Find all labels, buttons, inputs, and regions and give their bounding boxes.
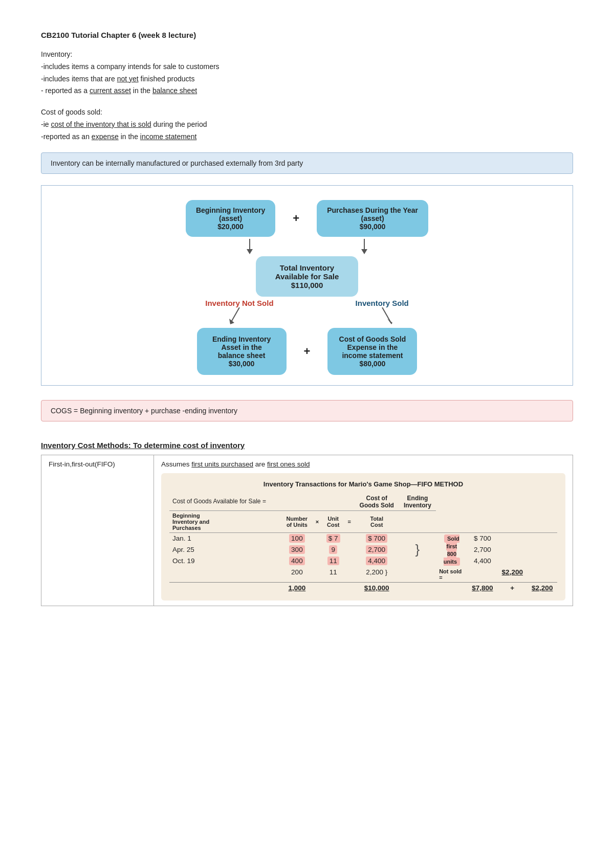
inventory-line2: -includes items that are not yet finishe… <box>41 73 573 85</box>
highlight-box: Inventory can be internally manufactured… <box>41 152 573 174</box>
inventory-section: Inventory: -includes items a company int… <box>41 49 573 97</box>
totals-label <box>169 582 282 593</box>
units-apr: 300 <box>282 544 312 555</box>
units-jan: 100 <box>282 532 312 544</box>
fifo-row-jan: Jan. 1 100 $ 7 $ 700 } Soldfirst800units… <box>169 532 557 544</box>
sub-header-total-cost: TotalCost <box>355 510 399 532</box>
cogs-apr: 2,700 <box>468 544 497 555</box>
fifo-totals-row: 1,000 $10,000 $7,800 + $2,200 <box>169 582 557 593</box>
cogs-box: Cost of Goods Sold Expense in the income… <box>327 328 417 375</box>
cogs-heading: Cost of goods sold: <box>41 106 573 119</box>
totals-sold-label <box>436 582 467 593</box>
tcost-oct2: 2,200 } <box>355 567 399 583</box>
totals-ending: $2,200 <box>527 582 557 593</box>
fifo-row-oct2: 200 11 2,200 } Not sold= $2,200 <box>169 567 557 583</box>
totals-cogs: $7,800 <box>468 582 497 593</box>
ending-oct1 <box>497 555 527 567</box>
inventory-line3: - reported as a current asset in the bal… <box>41 85 573 97</box>
svg-marker-5 <box>229 319 234 324</box>
method-label-fifo: First-in,first-out(FIFO) <box>41 455 154 606</box>
ucost-oct2: 11 <box>322 567 344 583</box>
not-sold-label: Not sold= <box>436 567 467 583</box>
totals-units: 1,000 <box>282 582 312 593</box>
fifo-title: Inventory Transactions for Mario's Game … <box>169 480 557 488</box>
x-oct2 <box>312 567 322 583</box>
ucost-apr: 9 <box>322 544 344 555</box>
inventory-sold-label: Inventory Sold <box>356 299 409 307</box>
cogs-oct2 <box>468 567 497 583</box>
ucost-oct1: 11 <box>322 555 344 567</box>
fifo-row-apr: Apr. 25 300 9 2,700 2,700 <box>169 544 557 555</box>
date-jan: Jan. 1 <box>169 532 282 544</box>
ending-oct2: $2,200 <box>497 567 527 583</box>
flow-top-row: Beginning Inventory (asset) $20,000 + Pu… <box>52 200 562 237</box>
brace-not-sold <box>399 567 436 583</box>
sub-header-unit-cost: UnitCost <box>322 510 344 532</box>
sub-header-ending <box>468 510 497 532</box>
tcost-jan: $ 700 <box>355 532 399 544</box>
cogs-formula-box: COGS = Beginning inventory + purchase -e… <box>41 400 573 421</box>
inventory-heading: Inventory: <box>41 49 573 61</box>
plus-sign-bottom: + <box>304 345 311 358</box>
flow-diagram: Beginning Inventory (asset) $20,000 + Pu… <box>41 185 573 386</box>
fifo-table: Cost of Goods Available for Sale = Cost … <box>169 493 557 593</box>
arrow-to-ending <box>229 307 250 326</box>
date-oct2 <box>169 567 282 583</box>
methods-table: First-in,first-out(FIFO) Assumes first u… <box>41 455 573 606</box>
fifo-container: Inventory Transactions for Mario's Game … <box>161 473 565 600</box>
eq-oct1 <box>344 555 355 567</box>
sub-header-x: × <box>312 510 322 532</box>
arrow-left-down <box>244 239 256 255</box>
units-oct2: 200 <box>282 567 312 583</box>
flow-bottom-row: Ending Inventory Asset in the balance sh… <box>52 328 562 375</box>
fifo-row-oct1: Oct. 19 400 11 4,400 4,400 <box>169 555 557 567</box>
totals-ucost <box>322 582 344 593</box>
plus-sign-top: + <box>293 212 299 225</box>
eq-apr <box>344 544 355 555</box>
col-group1-header: Cost of Goods Available for Sale = <box>169 493 355 511</box>
total-inventory-box: Total Inventory Available for Sale $110,… <box>256 256 358 297</box>
x-apr <box>312 544 322 555</box>
arrow-to-cogs <box>372 307 392 326</box>
method-content-fifo: Assumes first units purchased are first … <box>154 455 573 606</box>
section-title: Inventory Cost Methods: To determine cos… <box>41 441 573 450</box>
totals-brace <box>399 582 436 593</box>
cogs-section: Cost of goods sold: -ie cost of the inve… <box>41 106 573 143</box>
cogs-line1: -ie cost of the inventory that is sold d… <box>41 119 573 131</box>
inventory-line1: -includes items a company intends for sa… <box>41 61 573 73</box>
svg-line-6 <box>382 307 390 322</box>
eq-jan <box>344 532 355 544</box>
sub-header-cogs <box>436 510 467 532</box>
sold-label-cell: Soldfirst800units <box>436 532 467 567</box>
totals-eq <box>344 582 355 593</box>
ending-jan <box>497 532 527 544</box>
ending-inventory-box: Ending Inventory Asset in the balance sh… <box>197 328 287 375</box>
cogs-oct1: 4,400 <box>468 555 497 567</box>
beginning-inventory-box: Beginning Inventory (asset) $20,000 <box>186 200 275 237</box>
date-apr: Apr. 25 <box>169 544 282 555</box>
date-oct1: Oct. 19 <box>169 555 282 567</box>
totals-x <box>312 582 322 593</box>
svg-marker-7 <box>387 319 392 324</box>
x-oct1 <box>312 555 322 567</box>
tcost-oct1: 4,400 <box>355 555 399 567</box>
col-group2-header: Cost of Goods Sold <box>355 493 399 511</box>
page-title: CB2100 Tutorial Chapter 6 (week 8 lectur… <box>41 31 573 39</box>
x-jan <box>312 532 322 544</box>
inventory-not-sold-label: Inventory Not Sold <box>205 299 273 307</box>
brace-sold: } <box>399 532 436 567</box>
sub-header-units: Numberof Units <box>282 510 312 532</box>
svg-line-4 <box>231 307 239 322</box>
totals-plus: + <box>497 582 527 593</box>
methods-row-fifo: First-in,first-out(FIFO) Assumes first u… <box>41 455 573 606</box>
eq-oct2 <box>344 567 355 583</box>
svg-marker-1 <box>247 249 253 254</box>
col-group3-header: Ending Inventory <box>399 493 436 511</box>
sub-header-blank <box>399 510 436 532</box>
purchases-box: Purchases During the Year (asset) $90,00… <box>317 200 428 237</box>
units-oct1: 400 <box>282 555 312 567</box>
tcost-apr: 2,700 <box>355 544 399 555</box>
arrow-right-down <box>358 239 370 255</box>
ending-apr <box>497 544 527 555</box>
sub-header-desc: BeginningInventory andPurchases <box>169 510 282 532</box>
